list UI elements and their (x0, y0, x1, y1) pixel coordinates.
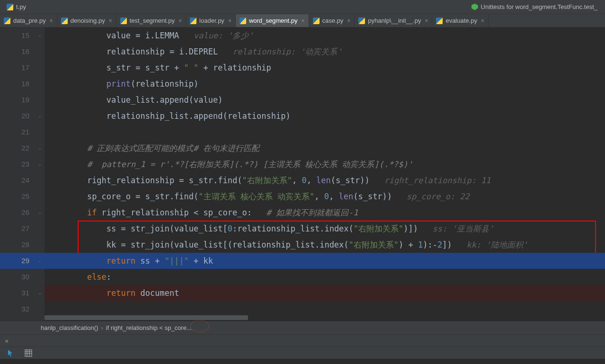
code-line[interactable]: if right_relationship < sp_core_o: # 如果找… (44, 204, 605, 221)
line-number[interactable]: 24 (0, 172, 44, 188)
python-icon (61, 18, 68, 24)
code-line[interactable] (44, 124, 605, 140)
code-token: + relationship (198, 63, 271, 72)
python-icon (240, 18, 246, 24)
top-open-file-label: t.py (16, 3, 26, 10)
line-number[interactable]: 23⌄ (0, 156, 44, 172)
code-token: return (107, 256, 141, 266)
breadcrumb-statement[interactable]: if right_relationship < sp_core... (103, 324, 195, 331)
code-line[interactable]: ss = str_join(value_list[0:relationship_… (44, 221, 605, 237)
fold-icon[interactable] (36, 65, 42, 71)
fold-icon[interactable]: ⌄ (36, 145, 42, 151)
code-token: :relationship_list.index( (232, 224, 354, 233)
code-body[interactable]: value = i.LEMMA value: '多少' relationship… (44, 27, 605, 321)
fold-icon[interactable] (36, 274, 42, 280)
code-line[interactable]: return document (44, 285, 605, 301)
code-token: s_str = s_str + (107, 63, 184, 72)
fold-icon[interactable] (36, 242, 42, 248)
fold-icon[interactable] (36, 97, 42, 103)
fold-icon[interactable]: ⌄ (36, 161, 42, 167)
code-line[interactable]: relationship_list.append(relationship) (44, 108, 605, 124)
fold-icon[interactable] (36, 49, 42, 54)
python-icon (190, 18, 196, 24)
file-tab-label: evaluate.py (445, 17, 477, 24)
code-line[interactable]: value = i.LEMMA value: '多少' (44, 27, 605, 44)
line-number[interactable]: 22⌄ (0, 140, 44, 156)
code-line[interactable]: right_relationship = s_str.find("右附加关系",… (44, 172, 605, 188)
line-number[interactable]: 17 (0, 60, 44, 76)
fold-icon[interactable]: ⌄ (36, 290, 42, 296)
file-tab-test_segment-py[interactable]: test_segment.py× (116, 14, 186, 27)
code-token: ss = str_join(value_list[ (107, 224, 228, 233)
close-icon[interactable]: ✕ (5, 337, 9, 345)
close-tab-icon[interactable]: × (425, 18, 428, 24)
code-line[interactable]: # pattern_1 = r'.*?[右附加关系](.*?) [主谓关系 核心… (44, 156, 605, 172)
run-configuration[interactable]: Unittests for word_segment.TestFunc.test… (467, 1, 602, 13)
fold-icon[interactable]: ⌄ (36, 113, 42, 119)
grid-icon[interactable] (25, 349, 32, 357)
line-number[interactable]: 30 (0, 269, 44, 285)
fold-icon[interactable] (36, 194, 42, 199)
close-tab-icon[interactable]: × (302, 18, 305, 24)
line-number[interactable]: 16 (0, 44, 44, 60)
file-tab-data_pre-py[interactable]: data_pre.py× (0, 14, 57, 27)
code-token: else (87, 272, 107, 282)
line-number[interactable]: 25 (0, 188, 44, 204)
file-tab-evaluate-py[interactable]: evaluate.py× (432, 14, 489, 27)
line-number[interactable]: 19 (0, 92, 44, 108)
file-tab-denoising-py[interactable]: denoising.py× (57, 14, 116, 27)
code-line[interactable]: return ss + "|||" + kk (44, 253, 605, 269)
code-token: kk: '陆地面积' (466, 240, 527, 249)
line-number[interactable]: 31⌄ (0, 285, 44, 301)
line-number[interactable]: 18 (0, 76, 44, 92)
code-line[interactable] (44, 301, 605, 317)
line-number[interactable]: 29⌄ (0, 253, 44, 269)
python-icon (120, 18, 127, 24)
fold-icon[interactable]: ⌄ (36, 258, 42, 264)
top-open-file[interactable]: t.py (3, 1, 30, 13)
file-tab-case-py[interactable]: case.py× (309, 14, 355, 27)
code-line[interactable]: s_str = s_str + " " + relationship (44, 60, 605, 76)
fold-icon[interactable] (36, 129, 42, 135)
code-token: relationship_list.append(relationship) (107, 111, 291, 121)
line-number[interactable]: 28 (0, 237, 44, 253)
fold-icon[interactable]: ⌄ (36, 210, 42, 215)
code-token: value_list.append(value) (107, 95, 223, 105)
code-line[interactable]: # 正则表达式匹配可能的模式# 在句末进行匹配 (44, 140, 605, 156)
close-tab-icon[interactable]: × (347, 18, 350, 24)
code-line[interactable]: value_list.append(value) (44, 92, 605, 108)
code-token: len (338, 192, 353, 201)
code-token: document (140, 288, 179, 298)
code-token: return (107, 288, 141, 298)
file-tab-pyhanlp-__init__-py[interactable]: pyhanlp\__init__.py× (355, 14, 432, 27)
code-line[interactable]: else: (44, 269, 605, 285)
file-tab-label: word_segment.py (249, 17, 298, 24)
close-tab-icon[interactable]: × (481, 18, 484, 24)
line-number[interactable]: 27 (0, 221, 44, 237)
code-line[interactable]: sp_core_o = s_str.find("主谓关系 核心关系 动宾关系",… (44, 188, 605, 204)
file-tab-loader-py[interactable]: loader.py× (186, 14, 236, 27)
fold-icon[interactable]: ⌄ (36, 33, 42, 38)
code-token: sp_core_o = s_str.find( (87, 192, 198, 201)
line-number[interactable]: 21 (0, 124, 44, 140)
cursor-icon[interactable] (7, 349, 14, 357)
close-tab-icon[interactable]: × (50, 18, 53, 24)
breadcrumb-function[interactable]: hanlp_classification() (38, 324, 101, 331)
line-number[interactable]: 26⌄ (0, 204, 44, 221)
file-tab-word_segment-py[interactable]: word_segment.py× (236, 14, 309, 27)
line-number[interactable]: 32 (0, 301, 44, 317)
close-tab-icon[interactable]: × (228, 18, 231, 24)
fold-icon[interactable] (36, 226, 42, 231)
line-number[interactable]: 15⌄ (0, 27, 44, 44)
close-tab-icon[interactable]: × (178, 18, 182, 24)
code-token: right_relationship = s_str.find( (87, 176, 242, 185)
fold-icon[interactable] (36, 178, 42, 183)
code-line[interactable]: kk = str_join(value_list[(relationship_l… (44, 237, 605, 253)
close-tab-icon[interactable]: × (109, 18, 112, 24)
fold-icon[interactable] (36, 81, 42, 87)
code-line[interactable]: relationship = i.DEPREL relationship: '动… (44, 44, 605, 60)
code-line[interactable]: print(relationship) (44, 76, 605, 92)
line-number[interactable]: 20⌄ (0, 108, 44, 124)
fold-icon[interactable] (36, 306, 42, 312)
editor-area: 15⌄1617181920⌄2122⌄23⌄242526⌄272829⌄3031… (0, 27, 605, 321)
